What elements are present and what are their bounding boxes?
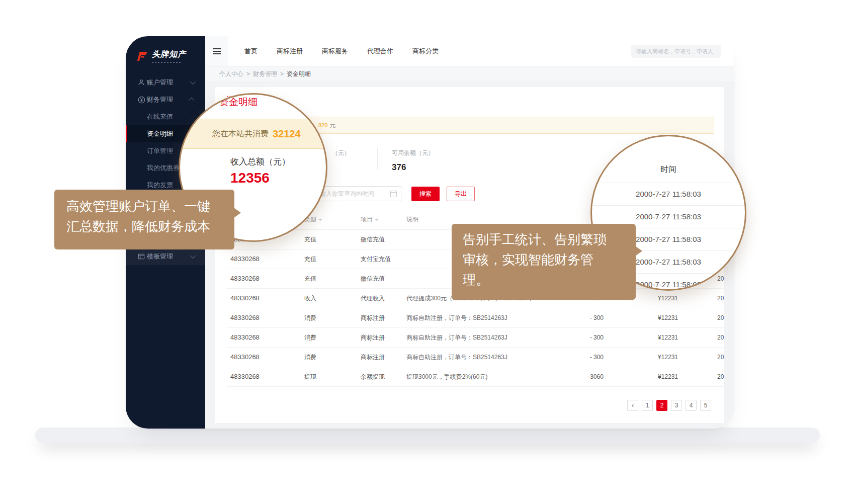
page-3-button[interactable]: 3 bbox=[671, 400, 682, 411]
cell-project: 微信充值 bbox=[361, 230, 385, 249]
nav-item-trademark-service[interactable]: 商标服务 bbox=[322, 47, 348, 56]
cell-amount: - 300 bbox=[568, 308, 604, 327]
chevron-down-icon bbox=[190, 253, 196, 259]
left-tooltip: 高效管理账户订单、一键 汇总数据，降低财务成本 bbox=[54, 190, 234, 249]
column-project[interactable]: 项目 bbox=[361, 215, 379, 224]
search-placeholder: 请输入商标名，申请号，申请人 bbox=[636, 48, 713, 55]
sidebar-item-account[interactable]: 账户管理 bbox=[126, 74, 205, 91]
sidebar-subitem-label: 我的优惠券 bbox=[147, 163, 180, 173]
cell-project: 支付宝充值 bbox=[361, 249, 391, 269]
nav-item-home[interactable]: 首页 bbox=[244, 47, 258, 56]
cell-type: 消费 bbox=[304, 348, 316, 367]
export-button[interactable]: 导出 bbox=[447, 187, 475, 201]
page: 头牌知产 账户管理 财务管理 bbox=[0, 0, 853, 504]
topbar: 首页 商标注册 商标服务 代理合作 商标分类 请输入商标名，申请号，申请人 bbox=[205, 36, 734, 67]
cell-type: 充值 bbox=[304, 249, 316, 269]
breadcrumb-item[interactable]: 财务管理 bbox=[253, 70, 277, 78]
cell-project: 代理收入 bbox=[361, 289, 385, 308]
stat-balance: 可用余额（元） 376 bbox=[378, 149, 434, 176]
column-label: 项目 bbox=[361, 216, 373, 223]
trademark-search-input[interactable]: 请输入商标名，申请号，申请人 bbox=[631, 45, 721, 58]
lens-time-row: 2000-7-27 11:58:03 bbox=[592, 183, 745, 205]
sidebar-item-finance[interactable]: 财务管理 bbox=[126, 91, 205, 108]
chevron-down-icon bbox=[190, 79, 196, 85]
nav-item-trademark-category[interactable]: 商标分类 bbox=[412, 47, 439, 56]
logo-text: 头牌知产 bbox=[152, 49, 186, 60]
cell-order: 48330268 bbox=[230, 367, 260, 386]
cell-type: 提现 bbox=[304, 367, 316, 386]
prev-page-button[interactable]: ‹ bbox=[627, 400, 638, 411]
cell-desc: 提现3000元，手续费2%(60元) bbox=[406, 367, 487, 386]
table-row: 48330268 提现 余额提现 提现3000元，手续费2%(60元) - 30… bbox=[226, 367, 724, 387]
cell-order: 48330268 bbox=[230, 328, 260, 347]
cell-order: 48330268 bbox=[230, 308, 260, 327]
search-button[interactable]: 搜索 bbox=[411, 187, 440, 201]
logo-icon bbox=[136, 51, 148, 61]
logo[interactable]: 头牌知产 bbox=[126, 36, 205, 70]
breadcrumb-item[interactable]: 个人中心 bbox=[219, 70, 243, 78]
cell-project: 商标注册 bbox=[361, 328, 385, 347]
nav-item-trademark-register[interactable]: 商标注册 bbox=[277, 47, 303, 56]
cell-time: 2000-7-27 11:58:03 bbox=[717, 348, 724, 367]
cell-project: 余额提现 bbox=[361, 367, 385, 386]
lens-time-header: 时间 bbox=[592, 164, 745, 175]
sidebar-item-label: 账户管理 bbox=[147, 78, 173, 87]
right-tooltip: 告别手工统计、告别繁琐 审核，实现智能财务管 理。 bbox=[452, 224, 636, 300]
logo-subtext bbox=[152, 62, 181, 63]
table-row: 48330268 消费 商标注册 商标自助注册，订单号：SB2514263J -… bbox=[226, 308, 724, 328]
tooltip-line: 汇总数据，降低财务成本 bbox=[66, 216, 234, 236]
table-row: 48330268 消费 商标注册 商标自助注册，订单号：SB2514263J -… bbox=[226, 348, 724, 367]
stat-partial: （元） bbox=[332, 149, 377, 176]
cell-type: 充值 bbox=[304, 230, 316, 249]
cell-amount: - 300 bbox=[568, 348, 604, 367]
cell-order: 48330268 bbox=[230, 348, 260, 367]
cell-time: 2000-7-27 11:58:03 bbox=[717, 289, 724, 308]
user-icon bbox=[137, 78, 145, 87]
nav-item-agent-cooperation[interactable]: 代理合作 bbox=[367, 47, 393, 56]
cell-desc: 商标自助注册，订单号：SB2514263J bbox=[406, 308, 507, 327]
lens-stat-label: 收入总额（元） bbox=[230, 156, 290, 167]
sidebar-item-label: 模板管理 bbox=[147, 252, 173, 261]
page-2-button[interactable]: 2 bbox=[656, 400, 667, 411]
cell-type: 消费 bbox=[304, 308, 316, 327]
lens-notice-amount: 32124 bbox=[273, 128, 301, 140]
page-4-button[interactable]: 4 bbox=[686, 400, 697, 411]
table-row: 48330268 消费 商标注册 商标自助注册，订单号：SB2514263J -… bbox=[226, 328, 724, 348]
tooltip-line: 高效管理账户订单、一键 bbox=[66, 196, 234, 216]
breadcrumb-separator: > bbox=[246, 70, 250, 77]
column-desc: 说明 bbox=[406, 215, 418, 224]
breadcrumb-item-current: 资金明细 bbox=[287, 70, 311, 78]
cell-balance: ¥12231 bbox=[658, 289, 678, 308]
lens-stat-value: 12356 bbox=[230, 170, 270, 186]
pagination: ‹ 1 2 3 4 5 bbox=[226, 400, 711, 411]
stat-value: 376 bbox=[392, 162, 434, 173]
sidebar-subitem-label: 订单管理 bbox=[147, 146, 173, 155]
sort-caret-icon bbox=[375, 219, 379, 221]
cell-type: 充值 bbox=[304, 269, 316, 288]
cell-type: 消费 bbox=[304, 328, 316, 347]
cell-order: 48330268 bbox=[230, 269, 260, 288]
notice-small-amount: 820 bbox=[318, 122, 327, 128]
page-1-button[interactable]: 1 bbox=[642, 400, 653, 411]
sidebar-subitem-label: 在线充值 bbox=[147, 112, 173, 121]
breadcrumb: 个人中心 > 财务管理 > 资金明细 bbox=[205, 67, 734, 81]
tooltip-line: 告别手工统计、告别繁琐 bbox=[463, 229, 636, 249]
cell-balance: ¥12231 bbox=[658, 328, 678, 347]
laptop-base bbox=[35, 428, 820, 443]
sort-caret-icon bbox=[318, 219, 322, 221]
tooltip-line: 理。 bbox=[463, 270, 636, 290]
tooltip-line: 审核，实现智能财务管 bbox=[463, 249, 636, 270]
cell-balance: ¥12231 bbox=[658, 308, 678, 327]
top-navigation: 首页 商标注册 商标服务 代理合作 商标分类 bbox=[244, 47, 439, 56]
sidebar-item-label: 财务管理 bbox=[147, 95, 173, 104]
cell-balance: ¥12231 bbox=[658, 348, 678, 367]
sidebar-subitem-label: 我的发票 bbox=[147, 181, 173, 190]
notice-unit: 元 bbox=[329, 121, 335, 130]
menu-icon[interactable] bbox=[205, 36, 228, 66]
cell-time: 2000-7-27 11:58:03 bbox=[717, 308, 724, 327]
stat-label: （元） bbox=[332, 149, 377, 157]
cell-type: 收入 bbox=[304, 289, 316, 308]
tooltip-arrow-icon bbox=[635, 246, 642, 256]
page-5-button[interactable]: 5 bbox=[700, 400, 711, 411]
sidebar-item-template[interactable]: 模板管理 bbox=[126, 248, 205, 265]
